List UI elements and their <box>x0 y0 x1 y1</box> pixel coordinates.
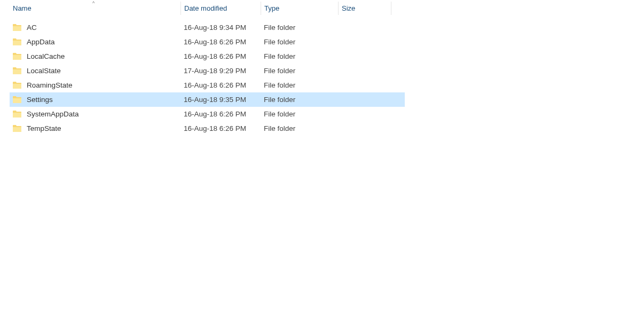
file-row[interactable]: AC16-Aug-18 9:34 PMFile folder <box>10 20 405 35</box>
file-type-cell: File folder <box>261 96 338 104</box>
column-header-name-label: Name <box>13 4 32 12</box>
file-name-cell: TempState <box>10 124 180 132</box>
file-type-cell: File folder <box>261 67 338 75</box>
folder-icon <box>13 24 21 31</box>
file-name-label: LocalState <box>27 67 61 75</box>
file-row[interactable]: SystemAppData16-Aug-18 6:26 PMFile folde… <box>10 107 405 121</box>
column-header-date-label: Date modified <box>184 4 227 12</box>
folder-icon <box>13 111 21 118</box>
file-name-cell: LocalState <box>10 67 180 75</box>
file-type-cell: File folder <box>261 24 338 32</box>
column-header-size[interactable]: Size <box>338 2 391 15</box>
file-date-cell: 16-Aug-18 6:26 PM <box>180 81 261 89</box>
folder-icon <box>13 53 21 60</box>
file-list: Name ^ Date modified Type Size AC16-Aug-… <box>10 0 405 136</box>
file-date-cell: 16-Aug-18 9:34 PM <box>180 24 261 32</box>
file-type-cell: File folder <box>261 52 338 60</box>
file-name-label: LocalCache <box>27 52 65 60</box>
file-row[interactable]: AppData16-Aug-18 6:26 PMFile folder <box>10 35 405 49</box>
file-date-cell: 16-Aug-18 6:26 PM <box>180 38 261 46</box>
sort-ascending-icon: ^ <box>92 1 95 6</box>
column-header-date[interactable]: Date modified <box>180 2 261 15</box>
column-header-size-label: Size <box>342 4 355 12</box>
column-header-type-label: Type <box>264 4 279 12</box>
file-name-cell: AC <box>10 24 180 32</box>
file-name-label: SystemAppData <box>27 110 79 118</box>
file-type-cell: File folder <box>261 81 338 89</box>
folder-icon <box>13 38 21 45</box>
file-row[interactable]: LocalState17-Aug-18 9:29 PMFile folder <box>10 64 405 78</box>
file-name-cell: SystemAppData <box>10 110 180 118</box>
file-name-label: TempState <box>27 124 61 132</box>
file-row[interactable]: RoamingState16-Aug-18 6:26 PMFile folder <box>10 78 405 92</box>
file-name-cell: RoamingState <box>10 81 180 89</box>
file-type-cell: File folder <box>261 38 338 46</box>
folder-icon <box>13 125 21 132</box>
column-header-name[interactable]: Name ^ <box>10 2 180 15</box>
file-name-label: AppData <box>27 38 55 46</box>
file-date-cell: 16-Aug-18 9:35 PM <box>180 96 261 104</box>
file-row[interactable]: Settings16-Aug-18 9:35 PMFile folder <box>10 92 405 107</box>
column-header-type[interactable]: Type <box>261 2 338 15</box>
folder-icon <box>13 67 21 74</box>
file-date-cell: 16-Aug-18 6:26 PM <box>180 52 261 60</box>
file-name-cell: AppData <box>10 38 180 46</box>
file-date-cell: 16-Aug-18 6:26 PM <box>180 124 261 132</box>
folder-icon <box>13 96 21 103</box>
file-name-cell: LocalCache <box>10 52 180 60</box>
file-name-cell: Settings <box>10 96 180 104</box>
folder-icon <box>13 82 21 89</box>
file-row[interactable]: LocalCache16-Aug-18 6:26 PMFile folder <box>10 49 405 64</box>
file-date-cell: 16-Aug-18 6:26 PM <box>180 110 261 118</box>
column-header-row: Name ^ Date modified Type Size <box>10 0 405 16</box>
file-name-label: Settings <box>27 96 53 104</box>
file-rows: AC16-Aug-18 9:34 PMFile folder AppData16… <box>10 20 405 136</box>
file-type-cell: File folder <box>261 110 338 118</box>
file-row[interactable]: TempState16-Aug-18 6:26 PMFile folder <box>10 121 405 136</box>
file-type-cell: File folder <box>261 124 338 132</box>
file-name-label: RoamingState <box>27 81 73 89</box>
file-name-label: AC <box>27 24 37 32</box>
file-date-cell: 17-Aug-18 9:29 PM <box>180 67 261 75</box>
